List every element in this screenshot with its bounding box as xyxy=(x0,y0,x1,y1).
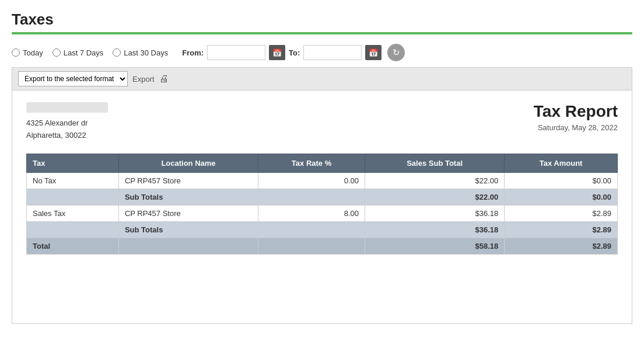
to-calendar-button[interactable]: 📅 xyxy=(365,45,382,60)
last7-radio-label[interactable]: Last 7 Days xyxy=(52,48,104,57)
refresh-button[interactable]: ↻ xyxy=(387,44,405,61)
table-cell: No Tax xyxy=(27,172,119,189)
table-cell: Sub Totals xyxy=(118,189,258,205)
last7-label: Last 7 Days xyxy=(64,48,104,57)
calendar-icon-to: 📅 xyxy=(369,48,378,57)
table-cell: $0.00 xyxy=(505,189,618,205)
filter-row: Today Last 7 Days Last 30 Days From: 📅 T… xyxy=(12,44,632,61)
content-area: 4325 Alexander dr Alpharetta, 30022 Tax … xyxy=(12,90,632,324)
table-cell: $22.00 xyxy=(365,172,505,189)
store-name-blurred xyxy=(26,102,108,113)
from-label: From: xyxy=(182,48,204,57)
table-row: Sub Totals$36.18$2.89 xyxy=(27,221,618,238)
table-cell: $0.00 xyxy=(505,172,618,189)
last7-radio[interactable] xyxy=(52,48,61,57)
table-cell: $36.18 xyxy=(365,205,505,221)
export-button[interactable]: Export xyxy=(132,75,155,83)
today-radio-label[interactable]: Today xyxy=(12,48,43,57)
report-title: Tax Report xyxy=(534,102,618,121)
page-container: Taxes Today Last 7 Days Last 30 Days Fro… xyxy=(0,0,644,362)
green-divider xyxy=(12,32,632,34)
table-cell: $36.18 xyxy=(365,221,505,238)
last30-label: Last 30 Days xyxy=(124,48,168,57)
col-header-sales-sub: Sales Sub Total xyxy=(365,154,505,172)
table-header-row: Tax Location Name Tax Rate % Sales Sub T… xyxy=(27,154,618,172)
to-date-input[interactable] xyxy=(303,45,362,60)
tax-table-body: No TaxCP RP457 Store0.00$22.00$0.00Sub T… xyxy=(27,172,618,254)
from-date-input[interactable] xyxy=(207,45,265,60)
col-header-location: Location Name xyxy=(118,154,258,172)
table-cell xyxy=(258,238,365,254)
date-range-group: From: 📅 To: 📅 ↻ xyxy=(182,44,405,61)
col-header-rate: Tax Rate % xyxy=(258,154,365,172)
table-cell xyxy=(258,221,365,238)
table-cell: $2.89 xyxy=(505,205,618,221)
table-cell: 8.00 xyxy=(258,205,365,221)
table-cell xyxy=(27,189,119,205)
toolbar-row: Export to the selected format CSV PDF Ex… xyxy=(12,67,632,90)
print-icon: 🖨 xyxy=(159,74,169,83)
store-address-line2: Alpharetta, 30022 xyxy=(26,130,108,142)
table-cell: $58.18 xyxy=(365,238,505,254)
table-cell: CP RP457 Store xyxy=(118,172,258,189)
table-cell: $22.00 xyxy=(365,189,505,205)
calendar-icon-from: 📅 xyxy=(272,48,282,57)
store-info: 4325 Alexander dr Alpharetta, 30022 xyxy=(26,102,108,142)
last30-radio[interactable] xyxy=(113,48,121,57)
table-cell xyxy=(258,189,365,205)
export-format-select[interactable]: Export to the selected format CSV PDF Ex… xyxy=(18,71,128,86)
print-button[interactable]: 🖨 xyxy=(159,74,169,84)
report-date: Saturday, May 28, 2022 xyxy=(534,123,618,132)
table-cell: $2.89 xyxy=(505,221,618,238)
table-row: Total$58.18$2.89 xyxy=(27,238,618,254)
store-address-line1: 4325 Alexander dr xyxy=(26,117,108,130)
table-cell: Sales Tax xyxy=(27,205,119,221)
to-label: To: xyxy=(289,48,300,57)
table-cell: 0.00 xyxy=(258,172,365,189)
table-row: Sales TaxCP RP457 Store8.00$36.18$2.89 xyxy=(27,205,618,221)
last30-radio-label[interactable]: Last 30 Days xyxy=(113,48,168,57)
report-title-block: Tax Report Saturday, May 28, 2022 xyxy=(534,102,618,132)
tax-table: Tax Location Name Tax Rate % Sales Sub T… xyxy=(26,154,618,255)
report-header: 4325 Alexander dr Alpharetta, 30022 Tax … xyxy=(26,102,618,142)
today-radio[interactable] xyxy=(12,48,20,57)
refresh-icon: ↻ xyxy=(393,47,400,58)
table-row: No TaxCP RP457 Store0.00$22.00$0.00 xyxy=(27,172,618,189)
col-header-tax: Tax xyxy=(27,154,119,172)
page-title: Taxes xyxy=(12,6,632,32)
table-cell xyxy=(118,238,258,254)
from-calendar-button[interactable]: 📅 xyxy=(269,45,285,60)
table-cell: Sub Totals xyxy=(118,221,258,238)
table-row: Sub Totals$22.00$0.00 xyxy=(27,189,618,205)
table-cell: Total xyxy=(27,238,119,254)
col-header-tax-amount: Tax Amount xyxy=(505,154,618,172)
date-filter-group: Today Last 7 Days Last 30 Days xyxy=(12,48,168,57)
today-label: Today xyxy=(23,48,43,57)
table-cell: CP RP457 Store xyxy=(118,205,258,221)
table-cell: $2.89 xyxy=(505,238,618,254)
table-cell xyxy=(27,221,119,238)
